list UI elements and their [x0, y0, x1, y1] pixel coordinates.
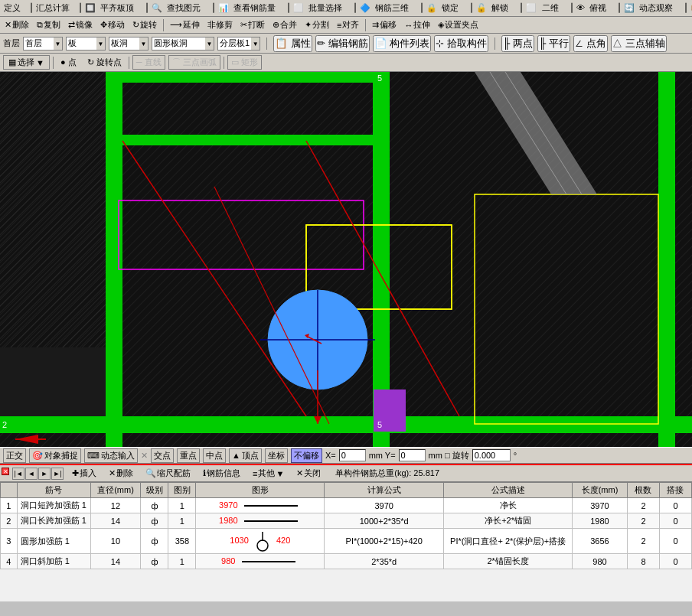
svg-rect-10 — [106, 135, 390, 145]
type2-combo[interactable]: 板洞 ▼ — [109, 37, 149, 51]
btn-pick-component[interactable]: ⊹ 拾取构件 — [434, 35, 488, 52]
btn-insert[interactable]: ✚ 插入 — [68, 466, 100, 481]
panel-close-btn[interactable]: ✕ — [2, 468, 9, 475]
menu-2d[interactable]: ⬜ 二维 — [526, 2, 560, 14]
nav-first-btn[interactable]: |◄ — [12, 468, 24, 480]
status-endpoint[interactable]: 重点 — [177, 448, 200, 463]
btn-three-point-axis[interactable]: △ 三点辅轴 — [611, 35, 667, 52]
btn-offset[interactable]: ⇉ 偏移 — [369, 18, 400, 32]
btn-split[interactable]: ✦ 分割 — [302, 18, 332, 32]
menu-find[interactable]: 🔍 查找图元 — [152, 2, 203, 14]
btn-move[interactable]: ✥ 移动 — [97, 18, 128, 32]
row4-figure: 980 — [196, 554, 325, 569]
table-row[interactable]: 4 洞口斜加筋 1 14 ф 1 980 2*35*d 2*锚固长度 980 8… — [1, 554, 692, 569]
x-input[interactable] — [339, 449, 366, 461]
btn-select[interactable]: ▦ 选择 ▼ — [3, 55, 50, 70]
btn-zoom-rebar[interactable]: 🔍 缩尺配筋 — [142, 466, 194, 481]
rotate-input[interactable] — [472, 449, 511, 461]
nav-prev-btn[interactable]: ◄ — [25, 468, 38, 480]
btn-rect[interactable]: ▭ 矩形 — [227, 55, 262, 70]
row4-length: 980 — [573, 554, 628, 569]
btn-component-list[interactable]: 📄 构件列表 — [373, 35, 432, 52]
nav-play-btn[interactable]: ► — [38, 468, 51, 480]
row2-name: 洞口长跨加强筋 1 — [17, 513, 90, 529]
type2-arrow[interactable]: ▼ — [139, 37, 149, 51]
btn-angle[interactable]: ∠ 点角 — [573, 35, 608, 52]
svg-rect-5 — [106, 72, 122, 447]
menu-topview[interactable]: 👁 俯视 — [576, 2, 609, 14]
btn-edit-rebar[interactable]: ✏ 编辑钢筋 — [315, 35, 370, 52]
type4-combo[interactable]: 分层板1 ▼ — [217, 37, 260, 51]
status-noshift[interactable]: 不偏移 — [291, 448, 322, 463]
btn-break[interactable]: ✂ 打断 — [237, 18, 268, 32]
btn-delete[interactable]: ✕ 删除 — [2, 18, 32, 32]
btn-other[interactable]: ≡ 其他 ▼ — [249, 466, 288, 481]
status-vertex[interactable]: ▲ 顶点 — [229, 448, 262, 463]
status-midpoint[interactable]: 中点 — [203, 448, 226, 463]
table-row[interactable]: 2 洞口长跨加强筋 1 14 ф 1 1980 1000+2*35*d 净长+2… — [1, 513, 692, 529]
type3-value[interactable]: 圆形板洞 — [152, 37, 205, 51]
row3-length: 3656 — [573, 529, 628, 554]
statusbar: 正交 🎯 对象捕捉 ⌨ 动态输入 ✕ 交点 重点 中点 ▲ 顶点 坐标 不偏移 … — [0, 447, 692, 464]
type1-combo[interactable]: 板 ▼ — [66, 37, 106, 51]
btn-stretch[interactable]: ↔ 拉伸 — [401, 18, 433, 32]
type4-arrow[interactable]: ▼ — [251, 37, 260, 51]
btn-line[interactable]: ─ 直线 — [132, 55, 165, 70]
btn-arc[interactable]: ⌒ 三点画弧 — [168, 55, 220, 70]
btn-setgrip[interactable]: ◈ 设置夹点 — [435, 18, 481, 32]
table-row[interactable]: 3 圆形加强筋 1 10 ф 358 1030 420 PI*(1000+2*1… — [1, 529, 692, 554]
btn-copy[interactable]: ⧉ 复制 — [34, 18, 64, 32]
type4-value[interactable]: 分层板1 — [217, 37, 251, 51]
btn-parallel[interactable]: ╟ 平行 — [537, 35, 570, 52]
btn-rebar-info[interactable]: ℹ 钢筋信息 — [199, 466, 244, 481]
btn-close[interactable]: ✕ 关闭 — [292, 466, 325, 481]
col-count: 根数 — [627, 483, 659, 498]
menu-batchsel[interactable]: ⬜ 批量选择 — [293, 2, 344, 14]
menu-summary[interactable]: 汇总计算 — [36, 2, 70, 14]
floor-arrow[interactable]: ▼ — [54, 37, 63, 51]
btn-del[interactable]: ✕ 删除 — [105, 466, 137, 481]
btn-point[interactable]: ● 点 — [57, 55, 80, 70]
row2-figure: 1980 — [196, 513, 325, 529]
btn-rotate-point[interactable]: ↻ 旋转点 — [83, 55, 126, 70]
status-intersect[interactable]: 交点 — [151, 448, 174, 463]
nav-last-btn[interactable]: ►| — [51, 468, 64, 480]
table-container[interactable]: 筋号 直径(mm) 级别 图别 图形 计算公式 公式描述 长度(mm) 根数 搭… — [0, 482, 692, 601]
menu-rebar3d[interactable]: 🔷 钢筋三维 — [360, 2, 411, 14]
btn-align[interactable]: ≡ 对齐 — [334, 18, 362, 32]
btn-merge[interactable]: ⊕ 合并 — [269, 18, 300, 32]
btn-nontrim[interactable]: 非修剪 — [204, 18, 236, 32]
menu-unlock[interactable]: 🔓 解锁 — [476, 2, 511, 14]
sep9: ▕ — [515, 3, 521, 13]
type2-value[interactable]: 板洞 — [109, 37, 139, 51]
menu-dynamic[interactable]: 🔄 动态观察 — [624, 2, 675, 14]
svg-text:5: 5 — [377, 73, 382, 83]
menu-lock[interactable]: 🔒 锁定 — [426, 2, 461, 14]
status-coord[interactable]: 坐标 — [265, 448, 288, 463]
menu-define[interactable]: 定义 — [4, 2, 21, 14]
type3-combo[interactable]: 圆形板洞 ▼ — [152, 37, 214, 51]
btn-two-point[interactable]: ╟ 两点 — [501, 35, 534, 52]
type3-arrow[interactable]: ▼ — [205, 37, 214, 51]
status-snap[interactable]: 🎯 对象捕捉 — [29, 448, 81, 463]
type1-value[interactable]: 板 — [66, 37, 96, 51]
type1-arrow[interactable]: ▼ — [96, 37, 106, 51]
menu-level[interactable]: 🔲 平齐板顶 — [85, 2, 136, 14]
svg-rect-35 — [0, 72, 106, 347]
btn-extend[interactable]: ⟶ 延伸 — [167, 18, 203, 32]
row3-count: 2 — [627, 529, 659, 554]
btn-rotate[interactable]: ↻ 旋转 — [129, 18, 160, 32]
floor-value[interactable]: 首层 — [23, 37, 54, 51]
col-figure: 图形 — [196, 483, 325, 498]
table-row[interactable]: 1 洞口短跨加强筋 1 12 ф 1 3970 3970 净长 3970 2 0 — [1, 498, 692, 513]
sep8: ▕ — [465, 3, 472, 13]
y-input[interactable] — [399, 449, 426, 461]
status-ortho[interactable]: 正交 — [3, 448, 26, 463]
menu-viewrebar[interactable]: 📊 查看钢筋量 — [218, 2, 278, 14]
canvas-area[interactable]: 5 5 2 — [0, 72, 692, 447]
floor-combo[interactable]: 首层 ▼ — [23, 37, 63, 51]
status-dynamic[interactable]: ⌨ 动态输入 — [84, 448, 138, 463]
sep6: ▕ — [349, 3, 355, 13]
btn-mirror[interactable]: ⇄ 镜像 — [65, 18, 96, 32]
btn-property[interactable]: 📋 属性 — [273, 35, 312, 52]
